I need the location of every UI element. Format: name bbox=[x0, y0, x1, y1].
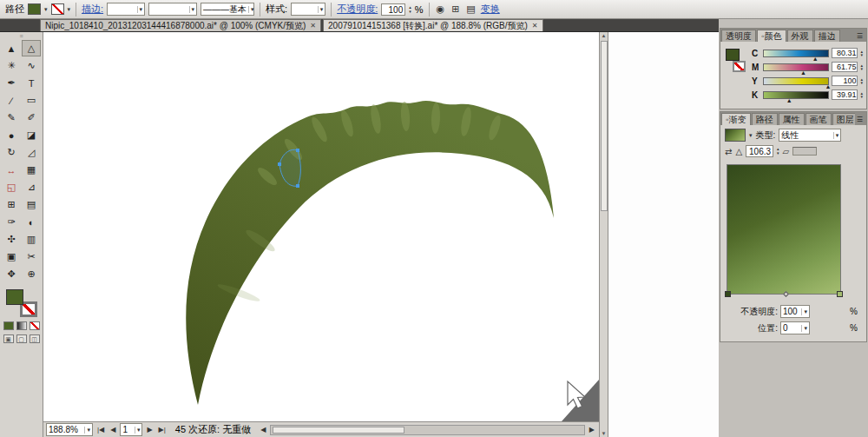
hand-tool[interactable]: ✥ bbox=[2, 266, 21, 282]
opacity-link[interactable]: 不透明度: bbox=[337, 3, 378, 16]
panel-tab-brushes[interactable]: 画笔 bbox=[806, 113, 832, 125]
panel-menu-icon[interactable]: ☰ bbox=[855, 116, 866, 125]
mesh-tool[interactable]: ⊞ bbox=[2, 196, 21, 213]
panel-tab-layers[interactable]: 图层 bbox=[832, 113, 855, 125]
lasso-tool[interactable]: ∿ bbox=[22, 57, 41, 74]
scroll-down-icon[interactable]: ▼ bbox=[600, 431, 608, 436]
scrollbar-thumb[interactable] bbox=[273, 427, 404, 434]
slice-tool[interactable]: ✂ bbox=[22, 248, 41, 265]
gradient-mini-slider[interactable] bbox=[792, 147, 817, 156]
eraser-tool[interactable]: ◪ bbox=[22, 127, 41, 143]
c-value-input[interactable]: 80.31 bbox=[832, 48, 858, 58]
gradient-preview[interactable] bbox=[727, 164, 841, 295]
anchor-point[interactable] bbox=[296, 184, 299, 188]
gradient-tool[interactable]: ▤ bbox=[22, 196, 41, 213]
spinner-icon[interactable]: ▴▾ bbox=[860, 50, 863, 56]
column-graph-tool[interactable]: ▥ bbox=[22, 231, 41, 248]
none-mode-button[interactable] bbox=[30, 321, 40, 330]
artboard-number-select[interactable]: 1▾ bbox=[120, 423, 142, 436]
selection-tool[interactable]: ▲ bbox=[2, 40, 21, 56]
panel-tab-attributes[interactable]: 属性 bbox=[779, 113, 805, 125]
m-slider-thumb[interactable]: ▲ bbox=[800, 70, 806, 76]
eyedropper-tool[interactable]: ✑ bbox=[2, 214, 21, 230]
y-value-input[interactable]: 100 bbox=[832, 76, 858, 86]
panel-tab-appearance[interactable]: 外观 bbox=[787, 30, 813, 42]
recolor-artwork-icon[interactable]: ◉ bbox=[435, 3, 447, 15]
blob-brush-tool[interactable]: ● bbox=[2, 127, 21, 143]
m-value-input[interactable]: 61.75 bbox=[832, 62, 858, 72]
stroke-swatch-none[interactable] bbox=[733, 61, 746, 72]
fill-stroke-indicator[interactable] bbox=[6, 289, 37, 317]
close-tab-icon[interactable]: ✕ bbox=[532, 22, 538, 30]
type-tool[interactable]: T bbox=[22, 75, 41, 91]
brush-style-select[interactable]: ———基本▾ bbox=[201, 3, 254, 16]
spinner-icon[interactable]: ▴▾ bbox=[860, 63, 863, 70]
screen-mode-button[interactable]: ◫ bbox=[30, 334, 40, 343]
panel-tab-pathfinder[interactable]: 路径 bbox=[752, 113, 778, 125]
next-artboard-button[interactable]: ▶ bbox=[145, 426, 154, 434]
brush-definition-select[interactable]: ▾ bbox=[148, 3, 197, 16]
scrollbar-thumb[interactable] bbox=[601, 41, 608, 211]
fill-dropdown-icon[interactable]: ▾ bbox=[44, 6, 48, 13]
draw-normal-button[interactable]: ▣ bbox=[3, 334, 14, 343]
stroke-color-swatch[interactable] bbox=[51, 3, 64, 15]
rectangle-tool[interactable]: ▭ bbox=[22, 92, 41, 109]
spinner-icon[interactable]: ▴▾ bbox=[860, 77, 863, 84]
paintbrush-tool[interactable]: ✎ bbox=[2, 109, 21, 126]
line-segment-tool[interactable]: ∕ bbox=[2, 92, 21, 109]
gradient-swatch-dropdown-icon[interactable]: ▾ bbox=[749, 132, 753, 139]
vertical-scrollbar[interactable]: ▲ ▼ bbox=[599, 32, 608, 437]
panel-tab-stroke[interactable]: 描边 bbox=[814, 30, 840, 42]
document-tab-1[interactable]: Nipic_1018410_20131203144416878000.ai* @… bbox=[40, 19, 321, 31]
close-tab-icon[interactable]: ✕ bbox=[310, 22, 316, 30]
zoom-tool[interactable]: ⊕ bbox=[22, 266, 41, 282]
gradient-mode-button[interactable] bbox=[16, 321, 27, 330]
document-setup-icon[interactable]: ▤ bbox=[464, 3, 477, 15]
k-slider[interactable]: ▲ bbox=[763, 91, 829, 99]
gradient-type-select[interactable]: 线性▾ bbox=[779, 129, 841, 142]
draw-behind-button[interactable]: ▢ bbox=[16, 334, 27, 343]
y-slider-thumb[interactable]: ▲ bbox=[825, 84, 831, 89]
c-slider-thumb[interactable]: ▲ bbox=[812, 56, 819, 62]
rotate-tool[interactable]: ↻ bbox=[2, 144, 21, 161]
gradient-swatch[interactable] bbox=[725, 129, 746, 142]
c-slider[interactable]: ▲ bbox=[763, 50, 829, 57]
color-fill-stroke-indicator[interactable] bbox=[725, 48, 747, 74]
first-artboard-button[interactable]: |◀ bbox=[95, 426, 106, 434]
fill-color-swatch[interactable] bbox=[28, 3, 41, 15]
panel-menu-icon[interactable]: ☰ bbox=[855, 32, 866, 42]
document-tab-2[interactable]: 200791014151368 [转换].ai* @ 188.8% (RGB/预… bbox=[323, 19, 542, 31]
m-slider[interactable]: ▲ bbox=[763, 63, 829, 71]
spinner-icon[interactable]: ▴▾ bbox=[409, 5, 411, 14]
stroke-weight-select[interactable]: ▾ bbox=[107, 3, 145, 16]
width-tool[interactable]: ↔ bbox=[2, 162, 21, 178]
gradient-midpoint[interactable] bbox=[783, 291, 789, 297]
opacity-input[interactable]: 100 bbox=[381, 3, 405, 16]
shape-builder-tool[interactable]: ◱ bbox=[2, 179, 21, 195]
leaf-arc-shape[interactable] bbox=[186, 101, 554, 405]
angle-input[interactable]: 106.3 bbox=[746, 145, 773, 157]
gradient-stop-start[interactable] bbox=[725, 291, 731, 297]
align-icon[interactable]: ⊞ bbox=[450, 3, 461, 15]
perspective-grid-tool[interactable]: ⊿ bbox=[22, 179, 41, 195]
direct-selection-tool[interactable]: △ bbox=[22, 40, 41, 56]
k-value-input[interactable]: 39.91 bbox=[832, 89, 858, 100]
prev-artboard-button[interactable]: ◀ bbox=[108, 426, 117, 434]
magic-wand-tool[interactable]: ✳ bbox=[2, 57, 21, 74]
color-mode-button[interactable] bbox=[3, 321, 14, 330]
gradient-location-select[interactable]: 0▾ bbox=[780, 321, 810, 334]
panel-tab-gradient[interactable]: ◦渐变 bbox=[721, 113, 751, 125]
anchor-point[interactable] bbox=[278, 162, 281, 166]
spinner-icon[interactable]: ▴▾ bbox=[860, 91, 863, 98]
scroll-up-icon[interactable]: ▲ bbox=[600, 33, 608, 38]
canvas[interactable] bbox=[43, 32, 599, 421]
pencil-tool[interactable]: ✐ bbox=[22, 109, 41, 126]
panel-tab-transparency[interactable]: 透明度 bbox=[721, 30, 756, 42]
zoom-select[interactable]: 188.8%▾ bbox=[46, 423, 93, 436]
gradient-annotator-icon[interactable]: ▱ bbox=[783, 147, 790, 156]
last-artboard-button[interactable]: ▶| bbox=[157, 426, 168, 434]
scroll-left-icon[interactable]: ◀ bbox=[259, 426, 267, 434]
reverse-gradient-icon[interactable]: ⇄ bbox=[725, 147, 732, 156]
transform-link[interactable]: 变换 bbox=[481, 3, 500, 16]
pen-tool[interactable]: ✒ bbox=[2, 75, 21, 91]
